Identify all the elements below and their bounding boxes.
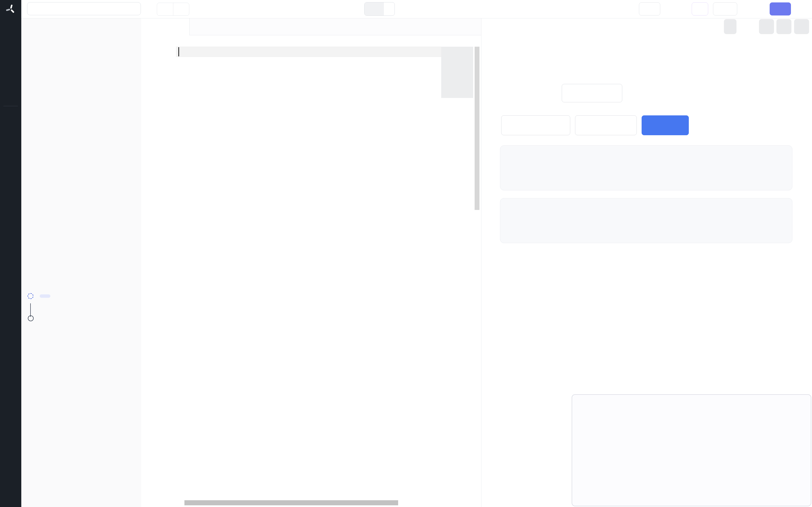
add-folder-button[interactable] bbox=[123, 26, 135, 33]
file-icon bbox=[128, 148, 135, 155]
path-chip[interactable] bbox=[364, 2, 395, 16]
tab-app-tsx[interactable] bbox=[141, 18, 190, 35]
plus-icon bbox=[104, 27, 109, 32]
camera-icon bbox=[128, 280, 135, 286]
chevron-down-icon bbox=[581, 397, 587, 403]
input-number-field[interactable] bbox=[562, 84, 622, 102]
app-name-input[interactable] bbox=[27, 2, 141, 15]
breadcrumb[interactable] bbox=[147, 35, 153, 46]
chevron-right-icon bbox=[147, 38, 152, 43]
deploy-button[interactable] bbox=[770, 2, 791, 15]
draft-button[interactable] bbox=[713, 2, 737, 15]
horizontal-scrollbar[interactable] bbox=[184, 500, 398, 505]
rail-divider bbox=[3, 106, 18, 106]
inspect-icon bbox=[763, 23, 770, 30]
current-badge bbox=[40, 294, 50, 298]
minimap[interactable] bbox=[441, 46, 473, 507]
open-external-button[interactable] bbox=[776, 19, 792, 34]
close-icon[interactable] bbox=[179, 24, 184, 30]
database-icon bbox=[128, 231, 135, 237]
code-area[interactable] bbox=[141, 46, 441, 507]
history-timeline bbox=[30, 303, 31, 317]
save-icon bbox=[775, 5, 782, 13]
undo-button[interactable] bbox=[157, 3, 173, 15]
topbar bbox=[0, 0, 812, 18]
redo-button[interactable] bbox=[173, 3, 189, 15]
multiply-number-button[interactable] bbox=[501, 115, 570, 135]
refresh-icon bbox=[798, 23, 805, 30]
add-table-button[interactable] bbox=[123, 231, 135, 237]
sidebar bbox=[21, 18, 141, 507]
wand-icon bbox=[696, 5, 704, 13]
bundler-chip[interactable] bbox=[724, 19, 737, 34]
pencil-icon bbox=[370, 6, 376, 12]
history-current-item[interactable] bbox=[28, 293, 50, 299]
inspect-button[interactable] bbox=[759, 19, 774, 34]
history-point-icon[interactable] bbox=[28, 316, 34, 321]
timestamp-result-card bbox=[500, 198, 793, 243]
external-link-icon bbox=[780, 23, 788, 30]
code-editor bbox=[141, 18, 481, 507]
add-file-button[interactable] bbox=[104, 26, 116, 33]
snapshot-button[interactable] bbox=[123, 280, 135, 286]
file-icon bbox=[110, 26, 116, 33]
plus-icon bbox=[123, 232, 127, 237]
logs-panel bbox=[572, 394, 811, 506]
get-timestamp-button[interactable] bbox=[575, 115, 637, 135]
redo-icon bbox=[177, 6, 185, 13]
editor-tabbar bbox=[141, 18, 481, 35]
current-marker-icon bbox=[28, 293, 34, 299]
minimap-slider[interactable] bbox=[441, 47, 473, 98]
left-rail bbox=[0, 0, 21, 507]
more-menu-button[interactable] bbox=[622, 3, 633, 14]
add-backend-file-button[interactable] bbox=[123, 148, 135, 155]
save-icon bbox=[718, 5, 726, 13]
plus-icon bbox=[123, 149, 127, 154]
undo-icon bbox=[161, 6, 169, 13]
undo-redo-group bbox=[157, 3, 189, 16]
info-icon[interactable] bbox=[51, 231, 58, 238]
folder-icon bbox=[128, 26, 135, 33]
plus-icon bbox=[123, 27, 127, 32]
refresh-button[interactable] bbox=[794, 19, 809, 34]
multiply-result-card bbox=[500, 146, 793, 190]
split-editor-icon[interactable] bbox=[458, 23, 465, 31]
run-both-button[interactable] bbox=[642, 115, 689, 135]
plus-icon bbox=[123, 280, 127, 285]
windmill-app-editor bbox=[0, 0, 812, 507]
packages-toggle[interactable] bbox=[29, 106, 135, 112]
vertical-scrollbar[interactable] bbox=[475, 47, 480, 210]
windmill-logo-icon[interactable] bbox=[0, 0, 21, 18]
ai-assistant-button[interactable] bbox=[692, 2, 708, 15]
data-settings-gear-icon[interactable] bbox=[110, 231, 116, 238]
path-value bbox=[384, 2, 394, 15]
editor-menu-icon[interactable] bbox=[470, 23, 477, 31]
jobs-button[interactable] bbox=[639, 2, 660, 15]
chevron-right-icon bbox=[128, 106, 135, 112]
text-cursor bbox=[178, 47, 179, 56]
bug-icon bbox=[645, 5, 652, 13]
kebab-icon bbox=[624, 5, 632, 13]
